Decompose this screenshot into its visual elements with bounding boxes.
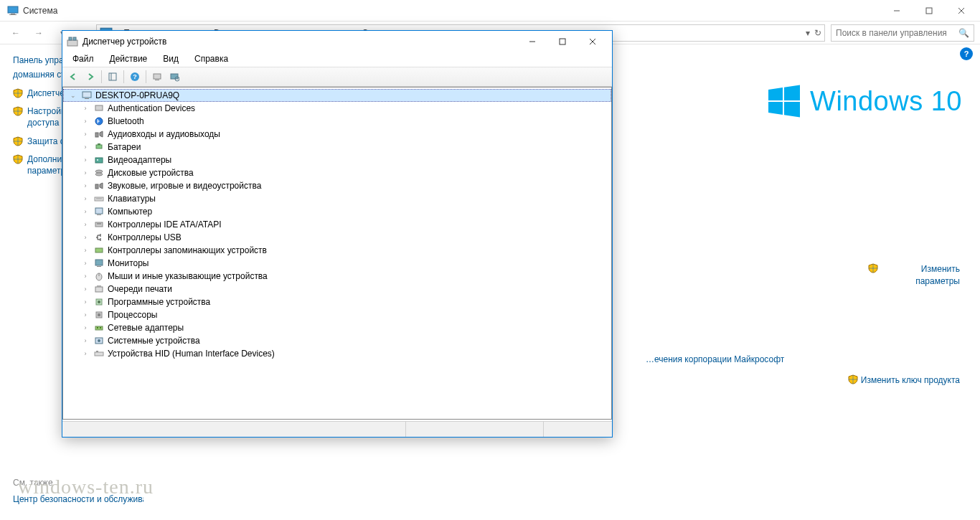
svg-marker-10 bbox=[768, 88, 783, 100]
expand-icon[interactable]: › bbox=[80, 105, 90, 112]
svg-rect-14 bbox=[67, 40, 77, 46]
close-button[interactable] bbox=[945, 1, 977, 21]
expand-icon[interactable]: › bbox=[80, 143, 90, 151]
svg-rect-30 bbox=[85, 98, 89, 99]
svg-rect-29 bbox=[83, 92, 91, 98]
svg-rect-43 bbox=[95, 208, 103, 214]
device-tree[interactable]: ⌄ DESKTOP-0PRUA9Q ›Authentication Device… bbox=[62, 87, 612, 420]
expand-icon[interactable]: › bbox=[80, 285, 90, 293]
computer-icon bbox=[81, 90, 93, 101]
device-manager-icon bbox=[67, 36, 78, 47]
minimize-button[interactable] bbox=[880, 1, 913, 21]
svg-point-59 bbox=[97, 327, 98, 328]
show-hide-tree-button[interactable] bbox=[105, 69, 121, 85]
expand-icon[interactable]: › bbox=[80, 260, 90, 267]
category-icon bbox=[93, 180, 105, 192]
device-category[interactable]: ›Мониторы bbox=[76, 257, 611, 270]
category-icon bbox=[93, 348, 105, 359]
svg-rect-27 bbox=[171, 74, 178, 79]
device-category[interactable]: ›Контроллеры IDE ATA/ATAPI bbox=[76, 218, 611, 231]
device-category[interactable]: ›Очереди печати bbox=[76, 283, 611, 296]
menu-help[interactable]: Справка bbox=[187, 52, 235, 67]
device-category[interactable]: ›Контроллеры USB bbox=[76, 231, 611, 244]
expand-icon[interactable]: › bbox=[80, 195, 90, 202]
svg-rect-49 bbox=[97, 266, 101, 267]
device-category[interactable]: ›Устройства HID (Human Interface Devices… bbox=[76, 347, 611, 360]
monitor-icon bbox=[7, 5, 19, 16]
category-icon bbox=[93, 141, 105, 153]
expand-icon[interactable]: › bbox=[80, 221, 90, 228]
expand-icon[interactable]: › bbox=[80, 273, 90, 280]
forward-button[interactable] bbox=[83, 69, 98, 85]
category-icon bbox=[93, 103, 105, 114]
device-category[interactable]: ›Системные устройства bbox=[76, 334, 611, 347]
device-category[interactable]: ›Клавиатуры bbox=[76, 192, 611, 205]
change-product-key-link[interactable]: Изменить ключ продукта bbox=[848, 374, 960, 387]
expand-icon[interactable]: › bbox=[80, 234, 90, 241]
device-category[interactable]: ›Контроллеры запоминающих устройств bbox=[76, 244, 611, 257]
search-input[interactable] bbox=[836, 28, 958, 38]
dialog-status-bar bbox=[62, 421, 612, 437]
svg-rect-4 bbox=[926, 8, 932, 14]
shield-icon bbox=[13, 136, 23, 146]
device-category[interactable]: ›Authentication Devices bbox=[76, 102, 611, 115]
expand-icon[interactable]: › bbox=[80, 156, 90, 164]
svg-rect-48 bbox=[95, 260, 103, 265]
expand-icon[interactable]: › bbox=[80, 131, 90, 138]
device-category[interactable]: ›Компьютер bbox=[76, 205, 611, 218]
menu-file[interactable]: Файл bbox=[65, 52, 101, 67]
dialog-maximize-button[interactable] bbox=[547, 32, 578, 52]
dialog-minimize-button[interactable] bbox=[517, 32, 547, 52]
help-button[interactable]: ? bbox=[127, 69, 143, 85]
device-category[interactable]: ›Мыши и иные указывающие устройства bbox=[76, 270, 611, 283]
device-category[interactable]: ›Дисковые устройства bbox=[76, 166, 611, 179]
collapse-icon[interactable]: ⌄ bbox=[68, 92, 78, 99]
maximize-button[interactable] bbox=[913, 1, 945, 21]
device-category[interactable]: ›Сетевые адаптеры bbox=[76, 321, 611, 334]
expand-icon[interactable]: › bbox=[80, 324, 90, 331]
svg-rect-21 bbox=[109, 73, 116, 80]
device-category[interactable]: ›Звуковые, игровые и видеоустройства bbox=[76, 179, 611, 192]
expand-icon[interactable]: › bbox=[80, 337, 90, 344]
svg-text:?: ? bbox=[133, 73, 137, 80]
back-button[interactable]: ← bbox=[6, 24, 26, 42]
expand-icon[interactable]: › bbox=[80, 182, 90, 189]
help-icon[interactable]: ? bbox=[960, 47, 973, 60]
expand-icon[interactable]: › bbox=[80, 350, 90, 357]
scan-hardware-button[interactable] bbox=[149, 69, 165, 85]
tree-root-node[interactable]: ⌄ DESKTOP-0PRUA9Q bbox=[63, 89, 611, 102]
dialog-close-button[interactable] bbox=[578, 32, 608, 52]
device-category[interactable]: ›Процессоры bbox=[76, 308, 611, 321]
ms-license-link[interactable]: …ечения корпорации Майкрософт bbox=[646, 354, 784, 364]
category-icon bbox=[93, 206, 105, 217]
expand-icon[interactable]: › bbox=[80, 208, 90, 215]
svg-rect-53 bbox=[97, 285, 101, 287]
device-category[interactable]: ›Программные устройства bbox=[76, 296, 611, 308]
search-box[interactable]: 🔍 bbox=[831, 24, 974, 42]
expand-icon[interactable]: › bbox=[80, 118, 90, 125]
forward-button[interactable]: → bbox=[29, 24, 49, 42]
expand-icon[interactable]: › bbox=[80, 298, 90, 306]
svg-rect-40 bbox=[95, 184, 98, 189]
change-settings-link[interactable]: Изменить параметры bbox=[868, 263, 960, 288]
svg-rect-63 bbox=[95, 352, 103, 356]
device-category[interactable]: ›Аудиовходы и аудиовыходы bbox=[76, 128, 611, 141]
expand-icon[interactable]: › bbox=[80, 247, 90, 254]
device-category[interactable]: ›Батареи bbox=[76, 141, 611, 153]
back-button[interactable] bbox=[65, 69, 81, 85]
category-icon bbox=[93, 245, 105, 256]
expand-icon[interactable]: › bbox=[80, 169, 90, 176]
device-category[interactable]: ›Bluetooth bbox=[76, 115, 611, 128]
expand-icon[interactable]: › bbox=[80, 311, 90, 318]
windows-brand-text: Windows 10 bbox=[810, 86, 962, 117]
menu-view[interactable]: Вид bbox=[156, 52, 186, 67]
dialog-title: Диспетчер устройств bbox=[83, 37, 517, 47]
svg-point-39 bbox=[95, 173, 103, 176]
svg-marker-12 bbox=[768, 102, 783, 115]
device-manager-dialog: Диспетчер устройств Файл Действие Вид Сп… bbox=[62, 30, 613, 438]
menu-action[interactable]: Действие bbox=[103, 52, 155, 67]
svg-rect-2 bbox=[9, 14, 17, 15]
category-icon bbox=[93, 283, 105, 295]
device-category[interactable]: ›Видеоадаптеры bbox=[76, 153, 611, 166]
properties-button[interactable] bbox=[166, 69, 182, 85]
